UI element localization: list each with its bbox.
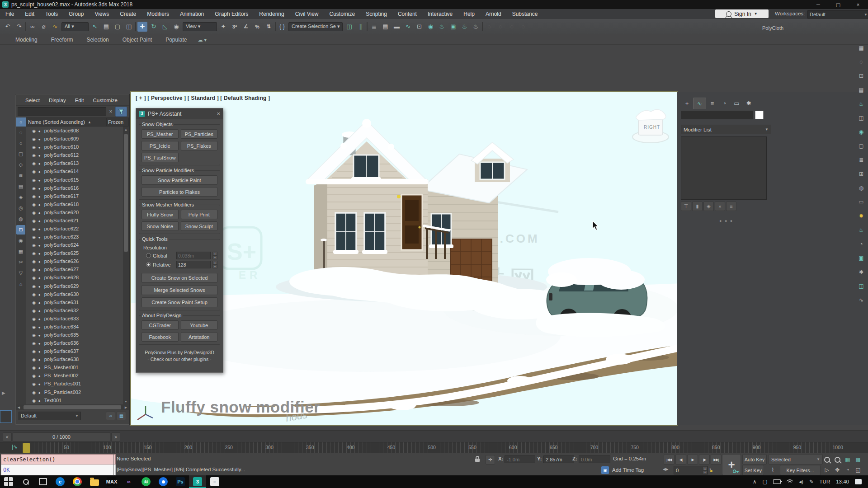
show-end-result-icon[interactable]: ▮ (692, 202, 703, 211)
list-item[interactable]: polySurface617 (26, 192, 123, 200)
battery-icon[interactable] (773, 479, 781, 484)
explorer-geometry-icon[interactable]: ○ (16, 138, 25, 148)
add-time-tag[interactable]: Add Time Tag (612, 467, 644, 473)
wifi-icon[interactable] (787, 479, 793, 484)
menu-item[interactable]: Group (63, 9, 89, 19)
list-item[interactable]: polySurface634 (26, 323, 123, 331)
make-unique-icon[interactable]: ◈ (703, 202, 714, 211)
menu-item[interactable]: File (0, 9, 19, 19)
photoshop-icon[interactable]: Ps (172, 475, 189, 488)
relative-spinner[interactable]: ▲▼ (212, 261, 217, 268)
maxscript-listener-input[interactable]: clearSelection() (1, 454, 116, 465)
strip-frame-icon[interactable]: ▣ (857, 253, 866, 263)
visibility-eye-icon[interactable] (32, 381, 38, 386)
list-item[interactable]: polySurface622 (26, 225, 123, 233)
list-item[interactable]: polySurface628 (26, 273, 123, 282)
zoom-extents-icon[interactable]: ▦ (843, 455, 853, 465)
visibility-eye-icon[interactable] (32, 226, 38, 231)
explorer-filter-icon[interactable]: ▽ (16, 268, 25, 278)
frame-spinner[interactable]: ▲▼ (703, 467, 708, 474)
relative-value-field[interactable]: 128 (176, 261, 211, 268)
list-item[interactable]: polySurface630 (26, 290, 123, 298)
list-item[interactable]: polySurface623 (26, 233, 123, 241)
render-iterative-icon[interactable]: ♨ (471, 22, 481, 32)
scroll-up-icon[interactable]: ▲ (124, 127, 127, 132)
set-keys-button[interactable]: + (722, 454, 741, 475)
close-icon[interactable]: × (217, 110, 220, 117)
toolbar-separator[interactable] (275, 22, 276, 31)
go-to-start-button[interactable]: |◀◀ (664, 455, 675, 465)
menu-item[interactable]: Content (392, 9, 422, 19)
auto-key-button[interactable]: Auto Key (742, 454, 767, 465)
list-item[interactable]: polySurface625 (26, 249, 123, 257)
visibility-eye-icon[interactable] (32, 324, 38, 329)
explorer-helpers-icon[interactable]: ▤ (16, 182, 25, 191)
maxscript-listener-output[interactable]: OK (1, 465, 116, 475)
strip-sphere-icon[interactable]: ◍ (857, 183, 866, 192)
visibility-eye-icon[interactable] (32, 202, 38, 207)
tab-motion[interactable]: ◔ (718, 98, 731, 108)
poly-print-button[interactable]: Poly Print (181, 210, 218, 219)
menu-item[interactable]: Arnold (480, 9, 507, 19)
selection-filter-combo[interactable]: All ▾ (61, 22, 89, 31)
sign-in-button[interactable]: Sign In ▼ (715, 9, 769, 18)
mirror-icon[interactable]: ◫ (344, 22, 354, 32)
strip-teapot-icon[interactable]: ♨ (857, 225, 866, 235)
maximize-viewport-icon[interactable]: ◱ (853, 465, 863, 475)
visibility-eye-icon[interactable] (32, 242, 38, 248)
menu-item[interactable]: Rendering (254, 9, 289, 19)
ribbon-tab[interactable]: Selection (80, 35, 115, 44)
visibility-eye-icon[interactable] (32, 193, 38, 199)
edge-icon[interactable]: e (52, 475, 69, 488)
visibility-eye-icon[interactable] (32, 160, 38, 166)
selection-set-dropdown[interactable]: Default▼ (19, 412, 81, 420)
relative-radio[interactable] (146, 262, 151, 267)
visibility-eye-icon[interactable] (32, 128, 38, 133)
strip-render-icon[interactable]: ♨ (857, 99, 866, 108)
workspace-dropdown[interactable]: Default ▼ (807, 10, 868, 19)
spotify-icon[interactable]: ≋ (137, 475, 155, 488)
pin-stack-icon[interactable]: ⊤ (681, 202, 691, 211)
visibility-eye-icon[interactable] (32, 152, 38, 158)
redo-icon[interactable]: ↷ (14, 22, 24, 32)
visibility-eye-icon[interactable] (32, 348, 38, 354)
list-item[interactable]: Text001 (26, 396, 123, 404)
menu-item[interactable]: Views (89, 9, 114, 19)
notification-center-icon[interactable] (855, 479, 862, 484)
key-selection-dropdown[interactable]: Selected▼ (769, 454, 823, 465)
task-view-icon[interactable] (34, 475, 52, 488)
inactive-tool-icon[interactable]: ◌ (495, 22, 505, 32)
select-and-scale-icon[interactable]: ◺ (160, 22, 170, 32)
list-item[interactable]: polySurface627 (26, 265, 123, 273)
pen-icon[interactable]: ✎ (809, 479, 814, 485)
scroll-right-icon[interactable]: ▶ (123, 406, 129, 409)
scroll-left-icon[interactable]: ◀ (16, 406, 22, 409)
z-coordinate-field[interactable]: 0.0m (579, 455, 610, 463)
max-app-icon[interactable]: MAX (103, 475, 120, 488)
fov-icon[interactable]: ▷ (822, 465, 832, 475)
horizontal-scrollbar[interactable]: ◀ ▶ (16, 404, 129, 410)
prev-frame-arrow[interactable]: < (3, 432, 12, 441)
visibility-eye-icon[interactable] (32, 275, 38, 280)
strip-shape-icon[interactable]: ▢ (857, 141, 866, 150)
visibility-eye-icon[interactable] (32, 357, 38, 362)
facebook-button[interactable]: Facebook (142, 332, 179, 342)
tab-modify[interactable]: ∿ (693, 98, 706, 109)
list-item[interactable]: polySurface635 (26, 331, 123, 339)
scrollbar-thumb[interactable] (24, 405, 121, 409)
visibility-eye-icon[interactable] (32, 300, 38, 305)
visibility-eye-icon[interactable] (32, 144, 38, 150)
list-item[interactable]: polySurface624 (26, 241, 123, 249)
start-button[interactable] (0, 475, 17, 488)
menu-item[interactable]: Civil View (290, 9, 324, 19)
menu-item[interactable]: Help (458, 9, 480, 19)
modifier-stack[interactable] (681, 136, 767, 200)
tab-create[interactable]: + (681, 98, 693, 108)
zoom-all-icon[interactable] (832, 455, 842, 465)
modifier-list-dropdown[interactable]: Modifier List ▼ (681, 125, 771, 134)
select-and-rotate-icon[interactable]: ↻ (149, 22, 159, 32)
strip-motion-icon[interactable]: ◔ (857, 239, 866, 249)
ps-flakes-button[interactable]: PS_Flakes (181, 141, 218, 150)
explorer-home-icon[interactable]: ⌂ (16, 279, 25, 289)
list-item[interactable]: PS_Particles002 (26, 388, 123, 396)
